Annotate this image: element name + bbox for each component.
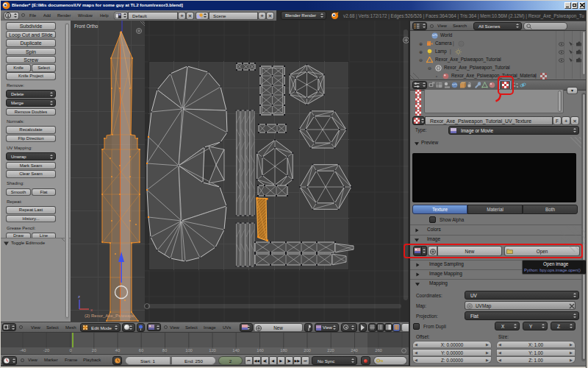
svg-text:x: x — [90, 308, 93, 312]
svg-text:z: z — [78, 294, 80, 299]
